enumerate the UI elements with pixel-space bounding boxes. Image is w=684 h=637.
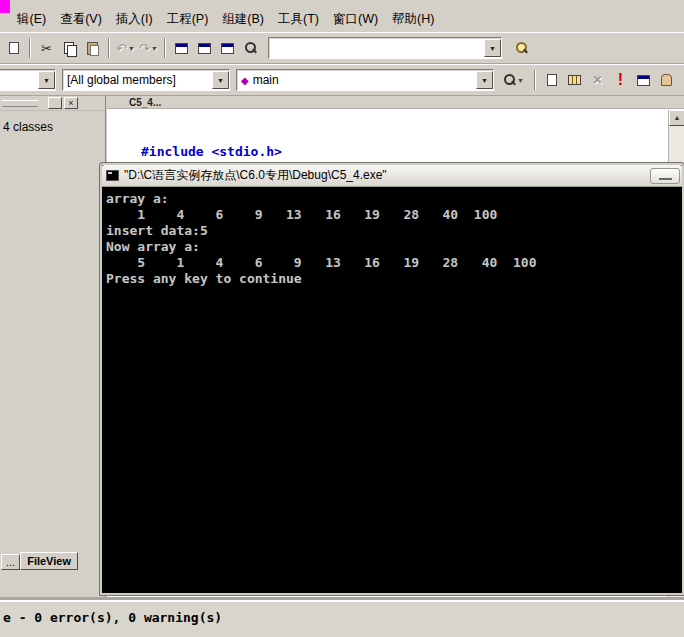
console-title: "D:\C语言实例存放点\C6.0专用\Debug\C5_4.exe": [124, 167, 387, 184]
tab-classview[interactable]: ...: [1, 554, 20, 570]
dropdown-arrow-icon: ▼: [151, 45, 158, 52]
toolbar-separator: [534, 70, 536, 90]
workspace-window-icon[interactable]: [170, 37, 193, 59]
build-output-pane: e - 0 error(s), 0 warning(s): [0, 600, 684, 637]
class-combo[interactable]: ▼: [0, 69, 56, 91]
menu-project[interactable]: 工程(P): [160, 8, 216, 31]
hand-glyph: [661, 74, 672, 86]
close-workspace-button[interactable]: ×: [64, 97, 78, 109]
menu-bar: 辑(E) 查看(V) 插入(I) 工程(P) 组建(B) 工具(T) 窗口(W)…: [0, 6, 684, 32]
window-glyph: [198, 43, 211, 54]
workspace-tabs: ... FileView: [0, 552, 78, 570]
magnifier-glyph: [504, 74, 516, 86]
menu-edit[interactable]: 辑(E): [10, 8, 53, 31]
build-result-text: e - 0 error(s), 0 warning(s): [3, 610, 222, 625]
toolbar-separator: [29, 38, 31, 58]
members-combo-value: [All global members]: [67, 73, 176, 87]
toolbar-separator: [164, 38, 166, 58]
combo-dropdown-button[interactable]: ▼: [484, 39, 501, 57]
console-line: insert data:5: [106, 223, 682, 239]
copy-icon[interactable]: [58, 37, 81, 59]
undo-icon[interactable]: ↶▼: [114, 37, 137, 59]
combo-dropdown-button[interactable]: ▼: [38, 71, 55, 89]
menu-tools[interactable]: 工具(T): [271, 8, 326, 31]
go-debug-icon[interactable]: [632, 69, 655, 91]
window-glyph: [221, 43, 234, 54]
menu-build[interactable]: 组建(B): [215, 8, 271, 31]
vc6-ide-window: 辑(E) 查看(V) 插入(I) 工程(P) 组建(B) 工具(T) 窗口(W)…: [0, 0, 684, 637]
cut-icon[interactable]: ✂: [35, 37, 58, 59]
toolbar-separator: [108, 38, 110, 58]
new-file-icon[interactable]: [2, 37, 25, 59]
scroll-up-icon[interactable]: ▲: [669, 110, 684, 126]
workspace-header: ×: [0, 96, 105, 111]
console-line: Now array a:: [106, 239, 682, 255]
stop-build-icon[interactable]: ✕: [586, 69, 609, 91]
menu-view[interactable]: 查看(V): [53, 8, 109, 31]
find-in-files-icon[interactable]: [510, 37, 533, 59]
document-glyph: [547, 74, 557, 86]
document-title: C5_4...: [107, 96, 684, 109]
compile-icon[interactable]: [540, 69, 563, 91]
minimize-button[interactable]: [650, 168, 680, 184]
menu-insert[interactable]: 插入(I): [109, 8, 160, 31]
window-glyph: [637, 75, 650, 86]
console-line: Press any key to continue: [106, 271, 682, 287]
function-diamond-icon: ◆: [241, 75, 249, 86]
code-line: #include <stdio.h>: [141, 144, 684, 160]
pin-workspace-button[interactable]: [48, 97, 62, 109]
wizard-actions-button[interactable]: ▼: [498, 69, 530, 91]
console-app-icon: [106, 170, 119, 181]
function-combo[interactable]: ◆ main ▼: [236, 69, 494, 91]
magnifier-glyph: [516, 42, 528, 54]
console-line: 1 4 6 9 13 16 19 28 40 100: [106, 207, 682, 223]
build-icon[interactable]: [563, 69, 586, 91]
console-output: array a: 1 4 6 9 13 16 19 28 40 100 inse…: [102, 188, 682, 593]
paste-icon[interactable]: [81, 37, 104, 59]
console-line: 5 1 4 6 9 13 16 19 28 40 100: [106, 255, 682, 271]
insert-breakpoint-icon[interactable]: [655, 69, 678, 91]
dropdown-arrow-icon: ▼: [128, 45, 135, 52]
console-line: array a:: [106, 191, 682, 207]
window-list-icon[interactable]: [216, 37, 239, 59]
menu-window[interactable]: 窗口(W): [326, 8, 385, 31]
function-combo-value: main: [253, 73, 279, 87]
combo-dropdown-button[interactable]: ▼: [212, 71, 229, 89]
x-glyph: ✕: [592, 73, 602, 87]
execute-program-icon[interactable]: !: [609, 69, 632, 91]
wizard-bar: ▼ [All global members] ▼ ◆ main ▼ ▼ ✕ !: [0, 64, 684, 96]
classes-tree-root[interactable]: 4 classes: [0, 120, 105, 134]
document-glyph: [9, 42, 19, 54]
copy-glyph: [64, 42, 76, 55]
window-glyph: [175, 43, 188, 54]
exclamation-glyph: !: [618, 72, 623, 88]
standard-toolbar: ✂ ↶▼ ↷▼ ▼: [0, 32, 684, 64]
tab-fileview[interactable]: FileView: [20, 552, 78, 570]
workspace-panel: × 4 classes ... FileView: [0, 96, 106, 600]
members-combo[interactable]: [All global members] ▼: [62, 69, 230, 91]
dock-gripper[interactable]: [2, 100, 38, 107]
clipboard-glyph: [87, 42, 98, 55]
find-icon[interactable]: [239, 37, 262, 59]
clipped-screen-artifact: [0, 0, 10, 13]
menu-help[interactable]: 帮助(H): [385, 8, 441, 31]
output-window-icon[interactable]: [193, 37, 216, 59]
combo-dropdown-button[interactable]: ▼: [476, 71, 493, 89]
bricks-glyph: [568, 75, 581, 85]
redo-icon[interactable]: ↷▼: [137, 37, 160, 59]
dropdown-arrow-icon: ▼: [517, 77, 524, 84]
magnifier-glyph: [245, 42, 257, 54]
console-titlebar[interactable]: "D:\C语言实例存放点\C6.0专用\Debug\C5_4.exe": [102, 165, 682, 187]
find-combo[interactable]: ▼: [268, 37, 502, 59]
console-window[interactable]: "D:\C语言实例存放点\C6.0专用\Debug\C5_4.exe" arra…: [100, 163, 684, 595]
